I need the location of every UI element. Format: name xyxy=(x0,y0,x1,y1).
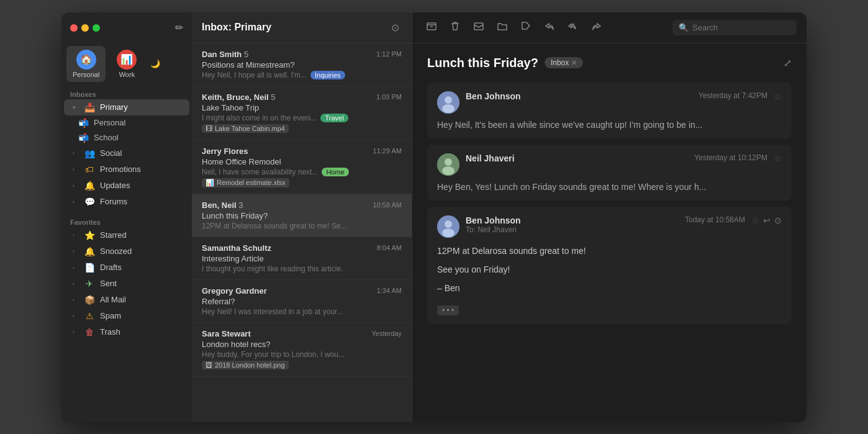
star-button[interactable]: ☆ xyxy=(774,153,782,163)
sidebar-item-school[interactable]: 📬 School xyxy=(73,130,189,145)
compose-button[interactable]: ✏ xyxy=(175,22,183,34)
star-button[interactable]: ☆ xyxy=(751,215,759,225)
avatar xyxy=(437,153,459,176)
personal-account-icon: 🏠 xyxy=(76,50,96,70)
inbox-badge-label: Inbox xyxy=(551,58,569,67)
archive-button[interactable] xyxy=(422,18,441,37)
email-item-active[interactable]: Ben, Neil 3 10:58 AM Lunch this Friday? … xyxy=(192,194,412,237)
email-toolbar: 🔍 xyxy=(412,12,807,43)
moon-icon[interactable]: 🌙 xyxy=(150,46,160,82)
message-card-1[interactable]: Ben Johnson Yesterday at 7:42PM ☆ Hey Ne… xyxy=(427,83,792,138)
email-time: 1:34 AM xyxy=(377,287,402,294)
trash-label: Trash xyxy=(100,327,181,337)
email-sender: Sara Stewart xyxy=(202,329,251,338)
email-subject: Lunch this Friday? xyxy=(202,211,402,220)
account-tab-work[interactable]: 📊 Work xyxy=(108,46,145,82)
badge-close-button[interactable]: ✕ xyxy=(571,59,577,67)
email-item[interactable]: Keith, Bruce, Neil 5 1:03 PM Lake Tahoe … xyxy=(192,86,412,140)
label-button[interactable] xyxy=(517,18,535,37)
svg-point-3 xyxy=(445,96,452,104)
message-card-2[interactable]: Neil Jhaveri Yesterday at 10:12PM ☆ Hey … xyxy=(427,145,792,201)
allmail-icon: 📦 xyxy=(84,295,95,305)
email-preview: Hey Neil! I was interested in a job at y… xyxy=(202,307,402,316)
sidebar-item-forums[interactable]: › 💬 Forums xyxy=(64,194,189,210)
mark-unread-button[interactable] xyxy=(469,18,488,37)
forums-icon: 💬 xyxy=(84,197,95,207)
message-body: 12PM at Delarosa sounds great to me! See… xyxy=(437,244,782,296)
filter-icon[interactable]: ⊙ xyxy=(389,19,402,36)
email-attachment: 🎞 Lake Tahoe Cabin.mp4 xyxy=(202,124,289,133)
email-list-title: Inbox: Primary xyxy=(202,22,389,33)
email-item[interactable]: Sara Stewart Yesterday London hotel recs… xyxy=(192,323,412,377)
sidebar-item-updates[interactable]: › 🔔 Updates xyxy=(64,178,189,194)
sidebar-item-social[interactable]: › 👥 Social xyxy=(64,145,189,161)
close-button[interactable] xyxy=(70,24,78,32)
personal-account-label: Personal xyxy=(73,71,99,78)
email-subject: Referral? xyxy=(202,297,402,306)
minimize-button[interactable] xyxy=(81,24,89,32)
expand-quoted-button[interactable]: • • • xyxy=(437,305,459,315)
maximize-button[interactable] xyxy=(93,24,100,32)
email-subject: Interesting Article xyxy=(202,254,402,263)
message-preview: Hey Neil, It's been a while since we've … xyxy=(437,120,782,130)
inbox-badge: Inbox ✕ xyxy=(545,57,583,68)
sidebar-item-starred[interactable]: › ⭐ Starred xyxy=(64,227,189,243)
email-item[interactable]: Jerry Flores 11:29 AM Home Office Remode… xyxy=(192,140,412,194)
expand-thread-button[interactable]: ⤢ xyxy=(784,57,792,69)
sidebar-item-sent[interactable]: › ✈ Sent xyxy=(64,276,189,292)
email-view-panel: 🔍 Lunch this Friday? Inbox ✕ ⤢ xyxy=(412,12,807,422)
reply-button[interactable] xyxy=(540,18,559,37)
reply-button[interactable]: ↩ xyxy=(763,215,771,225)
email-list-panel: Inbox: Primary ⊙ Dan Smith 5 1:12 PM Pos… xyxy=(192,12,412,422)
trash-button[interactable] xyxy=(446,18,464,37)
sidebar-item-primary[interactable]: ▾ 📥 Primary xyxy=(64,99,189,115)
sidebar-item-personal[interactable]: 📬 Personal xyxy=(73,115,189,130)
account-tab-personal[interactable]: 🏠 Personal xyxy=(66,46,106,82)
promotions-icon: 🏷 xyxy=(84,165,95,174)
sidebar-item-spam[interactable]: › ⚠ Spam xyxy=(64,308,189,324)
email-view-content: Lunch this Friday? Inbox ✕ ⤢ xyxy=(412,43,807,422)
avatar xyxy=(437,91,459,114)
email-item[interactable]: Gregory Gardner 1:34 AM Referral? Hey Ne… xyxy=(192,280,412,323)
email-time: 1:12 PM xyxy=(376,50,402,58)
school-inbox-icon: 📬 xyxy=(78,133,89,143)
attachment-icon: 🖼 xyxy=(206,361,212,369)
drafts-label: Drafts xyxy=(100,263,181,272)
email-time: 11:29 AM xyxy=(373,147,402,155)
promotions-label: Promotions xyxy=(100,165,181,174)
sidebar-item-allmail[interactable]: › 📦 All Mail xyxy=(64,292,189,308)
sidebar-item-trash[interactable]: › 🗑 Trash xyxy=(64,324,189,340)
school-label: School xyxy=(94,133,119,142)
search-input[interactable] xyxy=(692,23,790,32)
email-item[interactable]: Samantha Schultz 8:04 AM Interesting Art… xyxy=(192,237,412,280)
reply-all-button[interactable] xyxy=(564,18,582,37)
chevron-right-icon: › xyxy=(73,329,79,335)
account-tabs: 🏠 Personal 📊 Work 🌙 xyxy=(61,43,192,87)
snoozed-icon: 🔔 xyxy=(84,246,95,256)
message-to: To: Neil Jhaveri xyxy=(466,225,679,234)
svg-rect-1 xyxy=(474,23,483,30)
email-sender: Ben, Neil 3 xyxy=(202,201,243,210)
email-preview: Neil, I have some availability next... H… xyxy=(202,168,402,176)
primary-label: Primary xyxy=(100,102,181,112)
app-window: ✏ 🏠 Personal 📊 Work 🌙 Inboxes ▾ 📥 Primar… xyxy=(61,12,807,422)
email-preview: I thought you might like reading this ar… xyxy=(202,264,402,273)
star-button[interactable]: ☆ xyxy=(774,91,782,101)
email-sender: Keith, Bruce, Neil 5 xyxy=(202,93,275,102)
sidebar-item-drafts[interactable]: › 📄 Drafts xyxy=(64,260,189,276)
updates-label: Updates xyxy=(100,181,181,190)
email-item[interactable]: Dan Smith 5 1:12 PM Positions at Mimestr… xyxy=(192,43,412,86)
email-tag: Travel xyxy=(320,114,348,122)
chevron-down-icon: ▾ xyxy=(73,104,79,111)
folder-button[interactable] xyxy=(493,18,512,37)
sidebar-item-promotions[interactable]: › 🏷 Promotions xyxy=(64,161,189,178)
more-button[interactable]: ⊙ xyxy=(774,215,782,225)
email-thread-header: Lunch this Friday? Inbox ✕ ⤢ xyxy=(427,56,792,70)
message-time: Yesterday at 7:42PM xyxy=(698,91,767,100)
forward-button[interactable] xyxy=(587,18,606,37)
message-header: Ben Johnson Yesterday at 7:42PM ☆ xyxy=(437,91,782,114)
svg-point-9 xyxy=(445,220,452,228)
sidebar-item-snoozed[interactable]: › 🔔 Snoozed xyxy=(64,243,189,260)
forums-label: Forums xyxy=(100,197,181,206)
sidebar: ✏ 🏠 Personal 📊 Work 🌙 Inboxes ▾ 📥 Primar… xyxy=(61,12,192,422)
